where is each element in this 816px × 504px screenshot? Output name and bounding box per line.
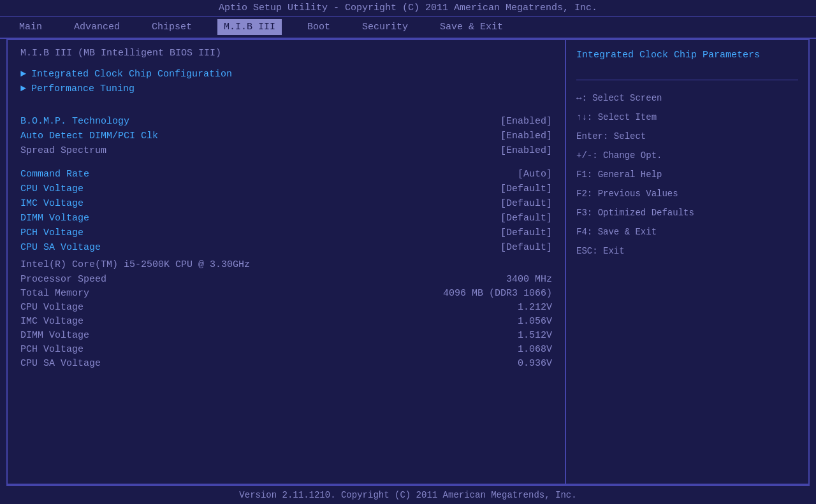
setting-value: [Default] — [500, 184, 552, 194]
cpu-info-row: Total Memory 4096 MB (DDR3 1066) — [20, 288, 552, 299]
setting-label[interactable]: CPU SA Voltage — [20, 242, 101, 253]
title-text: Aptio Setup Utility - Copyright (C) 2011… — [219, 3, 597, 13]
key-help-item: ↔: Select Screen — [576, 89, 798, 107]
key-label: ESC: — [576, 246, 598, 256]
help-title: Integrated Clock Chip Parameters — [576, 50, 760, 61]
info-label: IMC Voltage — [20, 316, 84, 327]
key-desc: Select Item — [598, 112, 657, 122]
key-help-item: F3: Optimized Defaults — [576, 204, 798, 222]
key-label: F3: — [576, 208, 592, 218]
menu-item-boot[interactable]: Boot — [301, 19, 337, 35]
setting-value: [Enabled] — [500, 145, 552, 156]
setting-row-pch-voltage: PCH Voltage [Default] — [20, 227, 552, 238]
key-label: Enter: — [576, 131, 608, 141]
key-help-item: Enter: Select — [576, 127, 798, 145]
menu-item-advanced[interactable]: Advanced — [68, 19, 126, 35]
key-desc: Change Opt. — [603, 150, 662, 161]
title-bar: Aptio Setup Utility - Copyright (C) 2011… — [0, 0, 816, 17]
setting-row-bomp: B.O.M.P. Technology [Enabled] — [20, 116, 552, 127]
settings-container: B.O.M.P. Technology [Enabled] Auto Detec… — [20, 107, 552, 253]
section-arrow: ► — [20, 69, 26, 80]
cpu-info: Intel(R) Core(TM) i5-2500K CPU @ 3.30GHz… — [20, 259, 552, 369]
key-help-item: +/-: Change Opt. — [576, 147, 798, 164]
info-value: 0.936V — [518, 358, 552, 369]
setting-row-auto-detect: Auto Detect DIMM/PCI Clk [Enabled] — [20, 131, 552, 141]
right-panel: Integrated Clock Chip Parameters ↔: Sele… — [566, 40, 808, 484]
menu-item-mib3[interactable]: M.I.B III — [217, 19, 282, 35]
key-desc: Save & Exit — [598, 227, 657, 237]
info-label: Processor Speed — [20, 274, 106, 285]
setting-value: [Default] — [500, 213, 552, 224]
key-label: F4: — [576, 227, 592, 237]
info-label: CPU SA Voltage — [20, 358, 101, 369]
key-desc: Exit — [603, 246, 625, 256]
cpu-info-row: DIMM Voltage 1.512V — [20, 330, 552, 341]
setting-label[interactable]: DIMM Voltage — [20, 213, 89, 224]
section-label: Performance Tuning — [31, 83, 135, 94]
bottom-text: Version 2.11.1210. Copyright (C) 2011 Am… — [239, 490, 576, 500]
setting-label[interactable]: Auto Detect DIMM/PCI Clk — [20, 131, 158, 141]
key-label: +/-: — [576, 150, 598, 161]
menu-item-saveexit[interactable]: Save & Exit — [433, 19, 509, 35]
key-help-item: ESC: Exit — [576, 242, 798, 260]
key-desc: Select Screen — [592, 93, 662, 103]
cpu-info-row: PCH Voltage 1.068V — [20, 344, 552, 355]
key-help: ↔: Select Screen↑↓: Select ItemEnter: Se… — [576, 89, 798, 261]
cpu-info-row: CPU Voltage 1.212V — [20, 302, 552, 313]
key-help-item: ↑↓: Select Item — [576, 108, 798, 126]
setting-label[interactable]: CPU Voltage — [20, 184, 84, 194]
setting-row-spread-spectrum: Spread Spectrum [Enabled] — [20, 145, 552, 156]
info-label: CPU Voltage — [20, 302, 84, 313]
key-label: F1: — [576, 169, 592, 180]
setting-label[interactable]: PCH Voltage — [20, 227, 84, 238]
bottom-bar: Version 2.11.1210. Copyright (C) 2011 Am… — [6, 485, 810, 504]
key-label: ↑↓: — [576, 112, 592, 122]
info-label: DIMM Voltage — [20, 330, 89, 341]
info-label: PCH Voltage — [20, 344, 84, 355]
setting-row-cpu-voltage: CPU Voltage [Default] — [20, 184, 552, 194]
info-label: Total Memory — [20, 288, 89, 299]
setting-value: [Default] — [500, 227, 552, 238]
cpu-info-row: IMC Voltage 1.056V — [20, 316, 552, 327]
menu-item-chipset[interactable]: Chipset — [145, 19, 198, 35]
key-help-item: F1: General Help — [576, 166, 798, 184]
menu-item-security[interactable]: Security — [356, 19, 414, 35]
setting-row-dimm-voltage: DIMM Voltage [Default] — [20, 213, 552, 224]
setting-label[interactable]: B.O.M.P. Technology — [20, 116, 129, 127]
info-value: 1.212V — [518, 302, 552, 313]
setting-row-imc-voltage: IMC Voltage [Default] — [20, 198, 552, 209]
key-desc: Select — [614, 131, 646, 141]
info-value: 4096 MB (DDR3 1066) — [443, 288, 552, 299]
menu-item-main[interactable]: Main — [13, 19, 48, 35]
page-title: M.I.B III (MB Intelligent BIOS III) — [20, 48, 552, 59]
setting-row-command-rate: Command Rate [Auto] — [20, 169, 552, 180]
help-divider — [576, 80, 798, 80]
key-help-item: F4: Save & Exit — [576, 223, 798, 241]
setting-label[interactable]: Spread Spectrum — [20, 145, 106, 156]
setting-value: [Enabled] — [500, 131, 552, 141]
info-value: 3400 MHz — [506, 274, 552, 285]
setting-value: [Auto] — [518, 169, 552, 180]
key-help-item: F2: Previous Values — [576, 185, 798, 203]
section-item-performance-tuning[interactable]: ►Performance Tuning — [20, 83, 552, 94]
sections-container: ►Integrated Clock Chip Configuration►Per… — [20, 69, 552, 94]
cpu-info-row: CPU SA Voltage 0.936V — [20, 358, 552, 369]
section-item-integrated-clock[interactable]: ►Integrated Clock Chip Configuration — [20, 69, 552, 80]
cpu-title: Intel(R) Core(TM) i5-2500K CPU @ 3.30GHz — [20, 259, 552, 270]
info-value: 1.512V — [518, 330, 552, 341]
cpu-rows-container: Processor Speed 3400 MHz Total Memory 40… — [20, 274, 552, 369]
setting-label[interactable]: Command Rate — [20, 169, 89, 180]
key-desc: Optimized Defaults — [598, 208, 694, 218]
info-value: 1.068V — [518, 344, 552, 355]
setting-label[interactable]: IMC Voltage — [20, 198, 84, 209]
setting-value: [Default] — [500, 198, 552, 209]
key-label: F2: — [576, 189, 592, 199]
section-arrow: ► — [20, 83, 26, 94]
setting-value: [Default] — [500, 242, 552, 253]
help-text: Integrated Clock Chip Parameters — [576, 48, 798, 63]
setting-value: [Enabled] — [500, 116, 552, 127]
left-panel: M.I.B III (MB Intelligent BIOS III) ►Int… — [8, 40, 566, 484]
cpu-info-row: Processor Speed 3400 MHz — [20, 274, 552, 285]
menu-bar: MainAdvancedChipsetM.I.B IIIBootSecurity… — [0, 17, 816, 39]
info-value: 1.056V — [518, 316, 552, 327]
